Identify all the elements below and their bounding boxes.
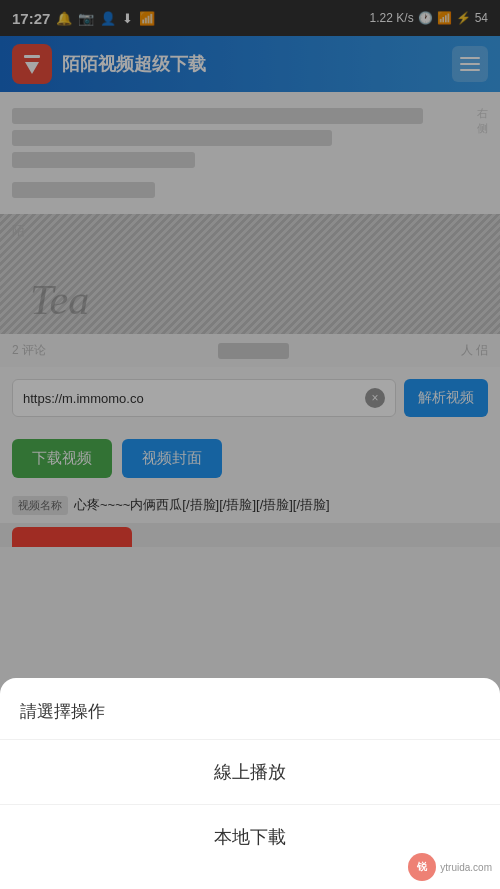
watermark-logo: 锐 xyxy=(408,853,436,881)
sheet-title: 請選擇操作 xyxy=(0,678,500,740)
online-play-item[interactable]: 線上播放 xyxy=(0,740,500,805)
watermark-url: ytruida.com xyxy=(440,862,492,873)
watermark: 锐 ytruida.com xyxy=(408,853,492,881)
